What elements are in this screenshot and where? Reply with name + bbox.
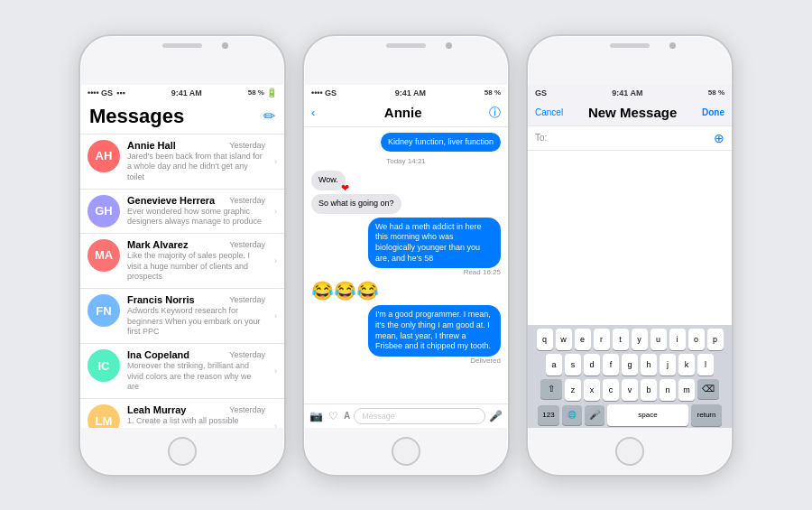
key-l[interactable]: l (697, 354, 714, 376)
received-bubble: So what is going on? (311, 194, 401, 214)
heart-icon[interactable]: ♡ (328, 410, 338, 422)
sent-message-wrapper: Kidney function, liver function (311, 133, 501, 153)
keyboard-row-3: ⇧zxcvbnm⌫ (530, 379, 730, 401)
avatar: AH (88, 140, 120, 172)
delete-key[interactable]: ⌫ (697, 379, 719, 399)
avatar: GH (88, 195, 120, 227)
key-d[interactable]: d (584, 354, 600, 376)
keyboard-bottom-row: 123🌐🎤spacereturn (530, 404, 730, 426)
camera-1 (222, 42, 228, 49)
mic-icon[interactable]: 🎤 (489, 410, 503, 422)
phone-top-2 (304, 36, 508, 85)
shift-key[interactable]: ⇧ (540, 379, 562, 399)
key-x[interactable]: x (584, 379, 600, 401)
sent-message-wrapper: I'm a good programmer. I mean, it's the … (311, 305, 501, 365)
message-preview: Ever wondered how some graphic designers… (127, 207, 265, 227)
key-n[interactable]: n (660, 379, 676, 401)
camera-3 (669, 42, 676, 49)
sent-bubble: We had a meth addict in here this mornin… (368, 218, 501, 269)
message-item[interactable]: MA Mark Alvarez Yesterday Like the major… (80, 234, 284, 289)
home-button-3[interactable] (615, 437, 644, 466)
key-p[interactable]: p (707, 329, 724, 350)
key-k[interactable]: k (678, 354, 695, 376)
key-w[interactable]: w (556, 329, 572, 350)
screen-2: •••• GS 9:41 AM 58 % ‹ Annie ⓘ Kidney fu… (304, 85, 508, 428)
message-item[interactable]: AH Annie Hall Yesterday Jared's been bac… (80, 134, 284, 190)
chat-message-input[interactable]: Message (354, 408, 485, 424)
key-b[interactable]: b (641, 379, 657, 401)
key-a[interactable]: a (546, 354, 562, 376)
numbers-key[interactable]: 123 (538, 405, 559, 425)
keyboard-row-2: asdfghjkl (530, 354, 730, 376)
key-o[interactable]: o (688, 329, 705, 350)
space-key[interactable]: space (607, 404, 688, 426)
status-left-3: GS (535, 88, 547, 97)
received-message-wrapper: So what is going on? (311, 194, 501, 214)
screen-1: •••• GS ▪▪▪ 9:41 AM 58 % 🔋 Messages ✏ AH… (80, 85, 284, 428)
home-button-2[interactable] (392, 437, 420, 466)
time-3: 9:41 AM (612, 88, 642, 97)
message-item[interactable]: FN Francis Norris Yesterday Adwords Keyw… (80, 289, 284, 344)
done-button[interactable]: Done (702, 107, 724, 117)
message-item[interactable]: IC Ina Copeland Yesterday Moreover the s… (80, 344, 284, 399)
emoji-key[interactable]: 🌐 (562, 405, 582, 425)
chat-contact-name: Annie (384, 105, 422, 120)
key-q[interactable]: q (537, 329, 553, 350)
message-item[interactable]: LM Leah Murray Yesterday 1. Create a lis… (80, 399, 284, 427)
messages-title: Messages (89, 105, 184, 128)
return-key[interactable]: return (691, 404, 722, 426)
contact-name: Genevieve Herrera (127, 195, 215, 206)
chat-back-button[interactable]: ‹ (311, 106, 317, 119)
key-g[interactable]: g (622, 354, 638, 376)
chevron-right-icon: › (274, 311, 277, 320)
status-bar-3: GS 9:41 AM 58 % (528, 85, 732, 101)
key-c[interactable]: c (603, 379, 619, 401)
cancel-button[interactable]: Cancel (535, 107, 563, 117)
speaker-3 (610, 43, 650, 48)
phone-bottom-2 (304, 428, 508, 475)
chat-messages: Kidney function, liver functionToday 14:… (304, 127, 508, 403)
emoji-message: 😂😂😂 (311, 280, 379, 301)
key-s[interactable]: s (565, 354, 581, 376)
status-left-2: •••• GS (311, 88, 337, 97)
phone-bottom-3 (528, 428, 732, 475)
key-e[interactable]: e (575, 329, 591, 350)
key-j[interactable]: j (660, 354, 676, 376)
battery-1: 58 % (248, 88, 264, 97)
message-placeholder: Message (362, 412, 395, 421)
status-bar-2: •••• GS 9:41 AM 58 % (304, 85, 508, 101)
message-item[interactable]: GH Genevieve Herrera Yesterday Ever wond… (80, 190, 284, 234)
key-f[interactable]: f (603, 354, 619, 376)
key-i[interactable]: i (669, 329, 686, 350)
key-y[interactable]: y (632, 329, 648, 350)
chat-info-button[interactable]: ⓘ (489, 105, 501, 121)
message-preview: Like the majority of sales people, I vis… (127, 251, 265, 283)
chevron-right-icon: › (274, 256, 277, 265)
message-time: Yesterday (229, 141, 265, 150)
status-right-2: 58 % (484, 88, 501, 97)
message-top-row: Leah Murray Yesterday (127, 404, 265, 415)
camera-chat-icon[interactable]: 📷 (309, 410, 323, 422)
key-h[interactable]: h (641, 354, 657, 376)
status-right-1: 58 % 🔋 (248, 88, 277, 97)
key-m[interactable]: m (678, 379, 695, 401)
home-button-1[interactable] (168, 437, 197, 466)
mic-key[interactable]: 🎤 (585, 405, 604, 425)
message-content: Francis Norris Yesterday Adwords Keyword… (127, 294, 265, 338)
key-r[interactable]: r (594, 329, 610, 350)
status-left-1: •••• GS ▪▪▪ (88, 88, 125, 97)
message-preview: Moreover the striking, brilliant and viv… (127, 361, 265, 393)
key-v[interactable]: v (622, 379, 638, 401)
like-reaction: ❤ (341, 181, 349, 194)
key-z[interactable]: z (565, 379, 581, 401)
chat-header: ‹ Annie ⓘ (304, 101, 508, 127)
message-time: Yesterday (229, 240, 265, 249)
new-message-body[interactable] (528, 151, 732, 325)
appstore-icon[interactable]: A (344, 411, 350, 421)
to-label: To: (535, 133, 547, 143)
phone-top-3 (528, 36, 732, 85)
add-recipient-icon[interactable]: ⊕ (714, 131, 724, 145)
key-u[interactable]: u (651, 329, 667, 350)
key-t[interactable]: t (613, 329, 629, 350)
compose-icon[interactable]: ✏ (263, 107, 275, 125)
